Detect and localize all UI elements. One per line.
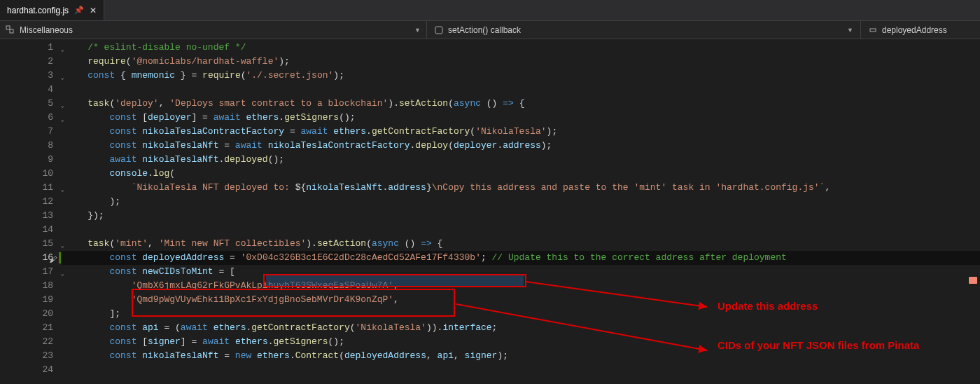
nav-scope-label: Miscellaneous — [20, 25, 73, 35]
code-line[interactable]: console.log( — [62, 167, 980, 181]
annotation-label-address: Update this address — [718, 300, 818, 312]
svg-rect-1 — [10, 29, 13, 33]
change-marker — [59, 252, 61, 263]
code-line[interactable] — [62, 83, 980, 97]
chevron-down-icon[interactable]: ▼ — [847, 27, 853, 34]
code-line[interactable]: const { mnemonic } = require('./.secret.… — [62, 69, 980, 83]
field-icon — [868, 25, 878, 35]
line-number: 22 — [0, 335, 62, 349]
code-line[interactable]: task('deploy', 'Deploys smart contract t… — [62, 97, 980, 111]
code-area[interactable]: /* eslint-disable no-undef */ require('@… — [62, 39, 980, 384]
code-line[interactable]: await nikolaTeslaNft.deployed(); — [62, 153, 980, 167]
code-line[interactable]: ]; — [62, 307, 980, 321]
code-line[interactable]: require('@nomiclabs/hardhat-waffle'); — [62, 55, 980, 69]
code-line[interactable]: const newCIDsToMint = [ — [62, 265, 980, 279]
nav-context-label: setAction() callback — [448, 25, 521, 35]
code-line[interactable] — [62, 223, 980, 237]
line-number: 15⌄ — [0, 237, 62, 251]
code-line[interactable]: const [deployer] = await ethers.getSigne… — [62, 111, 980, 125]
code-line[interactable]: const api = (await ethers.getContractFac… — [62, 321, 980, 335]
chevron-down-icon[interactable]: ▼ — [414, 27, 421, 34]
code-line[interactable]: const nikolaTeslaNft = await nikolaTesla… — [62, 139, 980, 153]
line-number: 3⌄ — [0, 69, 62, 83]
line-number: 1⌄ — [0, 41, 62, 55]
line-number-gutter: 1⌄23⌄45⌄6⌄7891011⌄12131415⌄16🖌17⌄1819202… — [0, 39, 62, 384]
code-line[interactable]: task('mint', 'Mint new NFT collectibles'… — [62, 237, 980, 251]
code-line[interactable] — [62, 363, 980, 377]
nav-context[interactable]: setAction() callback ▼ — [427, 21, 861, 39]
line-number: 16🖌 — [0, 251, 62, 265]
code-line[interactable]: /* eslint-disable no-undef */ — [62, 41, 980, 55]
pin-icon[interactable]: 📌 — [74, 6, 84, 15]
line-number: 21 — [0, 321, 62, 335]
svg-rect-3 — [870, 29, 876, 32]
line-number: 17⌄ — [0, 265, 62, 279]
line-number: 19 — [0, 293, 62, 307]
nav-symbol-label: deployedAddress — [882, 25, 947, 35]
tab-bar: hardhat.config.js 📌 ✕ — [0, 0, 980, 21]
close-icon[interactable]: ✕ — [90, 6, 97, 15]
code-line[interactable]: ); — [62, 195, 980, 209]
code-line[interactable]: 'QmbX6jmxLAq62rFkGPvAkLpihuyhT63SWxegEaS… — [62, 279, 980, 293]
line-number: 8 — [0, 139, 62, 153]
line-number: 4 — [0, 83, 62, 97]
line-number: 12 — [0, 195, 62, 209]
nav-symbol[interactable]: deployedAddress — [861, 21, 980, 39]
annotation-label-cids: CIDs of your NFT JSON files from Pinata — [718, 339, 927, 352]
line-number: 5⌄ — [0, 97, 62, 111]
line-number: 24 — [0, 363, 62, 377]
line-number: 23 — [0, 349, 62, 363]
navigation-bar: Miscellaneous ▼ setAction() callback ▼ d… — [0, 21, 980, 39]
line-number: 2 — [0, 55, 62, 69]
code-line[interactable]: const deployedAddress = '0xD04c326B3c1E6… — [62, 251, 980, 265]
code-line[interactable]: }); — [62, 209, 980, 223]
editor-area: 1⌄23⌄45⌄6⌄7891011⌄12131415⌄16🖌17⌄1819202… — [0, 39, 980, 384]
line-number: 9 — [0, 153, 62, 167]
line-number: 10 — [0, 167, 62, 181]
tab-filename: hardhat.config.js — [7, 6, 69, 15]
line-number: 18 — [0, 279, 62, 293]
code-line[interactable]: `NikolaTesla NFT deployed to: ${nikolaTe… — [62, 181, 980, 195]
code-line[interactable]: const nikolaTeslaContractFactory = await… — [62, 125, 980, 139]
line-number: 13 — [0, 209, 62, 223]
svg-rect-2 — [435, 27, 442, 34]
line-number: 20 — [0, 307, 62, 321]
line-number: 6⌄ — [0, 111, 62, 125]
code-line[interactable]: 'Qmd9pWgVUywEhki1BpXc1FxYdjgBnoSebMVrDr4… — [62, 293, 980, 307]
file-tab[interactable]: hardhat.config.js 📌 ✕ — [0, 0, 104, 20]
method-icon — [434, 25, 444, 35]
scope-icon — [6, 25, 15, 35]
line-number: 11⌄ — [0, 181, 62, 195]
line-number: 7 — [0, 125, 62, 139]
svg-rect-0 — [6, 26, 10, 29]
nav-scope[interactable]: Miscellaneous ▼ — [0, 21, 427, 39]
scrollbar-marker — [969, 277, 977, 284]
line-number: 14 — [0, 223, 62, 237]
